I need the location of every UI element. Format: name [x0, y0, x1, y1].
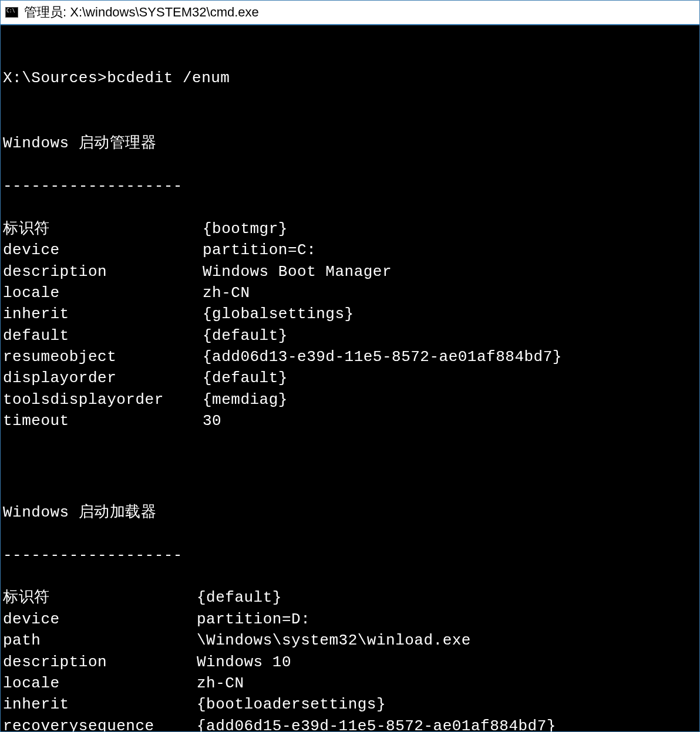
output-key: 标识符 [3, 587, 197, 608]
output-value: Windows Boot Manager [203, 261, 392, 282]
output-key: device [3, 609, 197, 630]
terminal-output[interactable]: X:\Sources>bcdedit /enum Windows 启动管理器 -… [1, 25, 699, 731]
output-value: partition=D: [197, 609, 310, 630]
output-key: description [3, 652, 197, 673]
output-key: description [3, 261, 203, 282]
output-row: localezh-CN [3, 673, 697, 694]
output-value: {default} [197, 587, 282, 608]
output-row: path\Windows\system32\winload.exe [3, 630, 697, 651]
prompt-path: X:\Sources> [3, 69, 107, 87]
output-value: Windows 10 [197, 652, 291, 673]
output-value: zh-CN [197, 673, 244, 694]
output-value: zh-CN [203, 282, 250, 303]
window-title: 管理员: X:\windows\SYSTEM32\cmd.exe [24, 4, 259, 21]
output-row: timeout30 [3, 410, 697, 431]
output-value: {bootloadersettings} [197, 694, 386, 715]
output-value: {add06d13-e39d-11e5-8572-ae01af884bd7} [203, 346, 562, 367]
output-key: locale [3, 673, 197, 694]
output-key: displayorder [3, 367, 203, 389]
output-key: default [3, 325, 203, 346]
output-key: locale [3, 282, 203, 303]
output-key: inherit [3, 694, 197, 715]
divider: ------------------- [3, 545, 697, 566]
output-value: {memdiag} [203, 389, 288, 410]
blank-line [3, 453, 697, 474]
output-key: inherit [3, 303, 203, 325]
output-key: resumeobject [3, 346, 203, 367]
output-row: 标识符{bootmgr} [3, 218, 697, 239]
output-row: resumeobject{add06d13-e39d-11e5-8572-ae0… [3, 346, 697, 367]
cmd-window: 管理员: X:\windows\SYSTEM32\cmd.exe X:\Sour… [0, 0, 700, 732]
output-key: recoverysequence [3, 716, 197, 731]
output-value: partition=C: [203, 239, 316, 261]
section-header-bootmgr: Windows 启动管理器 [3, 133, 697, 154]
output-value: {globalsettings} [203, 303, 354, 325]
output-row: inherit{globalsettings} [3, 303, 697, 325]
output-key: timeout [3, 410, 203, 431]
output-value: \Windows\system32\winload.exe [197, 630, 471, 651]
output-row: descriptionWindows 10 [3, 652, 697, 673]
output-row: displayorder{default} [3, 367, 697, 389]
output-row: default{default} [3, 325, 697, 346]
output-value: {default} [203, 367, 288, 389]
output-row: inherit{bootloadersettings} [3, 694, 697, 715]
section-header-loader: Windows 启动加载器 [3, 502, 697, 523]
output-value: {default} [203, 325, 288, 346]
output-row: localezh-CN [3, 282, 697, 303]
output-key: 标识符 [3, 218, 203, 239]
cmd-icon [5, 7, 18, 18]
command-text: bcdedit /enum [107, 69, 230, 87]
output-row: toolsdisplayorder{memdiag} [3, 389, 697, 410]
loader-entries: 标识符{default}devicepartition=D:path\Windo… [3, 587, 697, 731]
output-row: descriptionWindows Boot Manager [3, 261, 697, 282]
output-row: devicepartition=D: [3, 609, 697, 630]
output-key: path [3, 630, 197, 651]
output-row: 标识符{default} [3, 587, 697, 608]
output-row: recoverysequence{add06d15-e39d-11e5-8572… [3, 716, 697, 731]
titlebar[interactable]: 管理员: X:\windows\SYSTEM32\cmd.exe [1, 1, 699, 25]
bootmgr-entries: 标识符{bootmgr}devicepartition=C:descriptio… [3, 218, 697, 432]
output-row: devicepartition=C: [3, 239, 697, 261]
divider: ------------------- [3, 176, 697, 197]
output-value: {add06d15-e39d-11e5-8572-ae01af884bd7} [197, 716, 556, 731]
output-value: 30 [203, 410, 221, 431]
output-key: toolsdisplayorder [3, 389, 203, 410]
output-value: {bootmgr} [203, 218, 288, 239]
command-prompt: X:\Sources>bcdedit /enum [3, 68, 697, 89]
output-key: device [3, 239, 203, 261]
